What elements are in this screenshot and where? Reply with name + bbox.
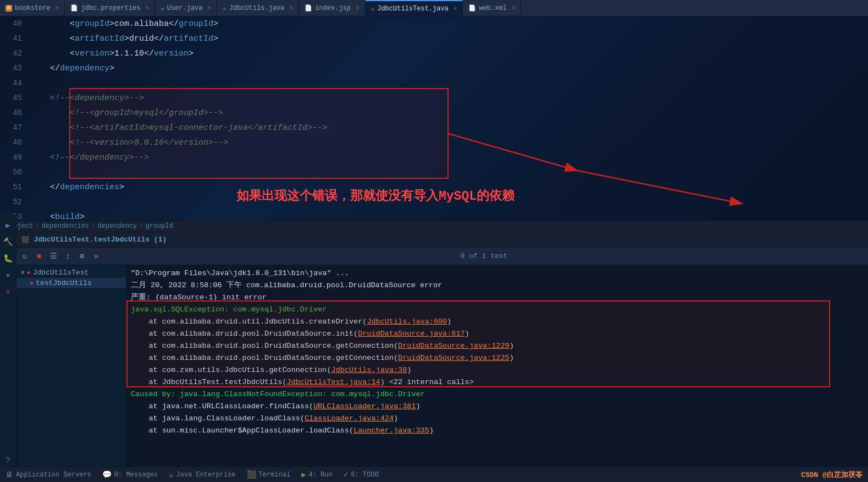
- output-line-11: at java.net.URLClassLoader.findClass(URL…: [131, 401, 864, 413]
- link-classloader-424[interactable]: ClassLoader.java:424: [305, 414, 394, 423]
- line-content-42: <version>1.1.10</version>: [30, 47, 868, 61]
- tree-item-testjbdcutils[interactable]: ● testJbdcUtils: [16, 278, 126, 288]
- app-servers-label: Application Servers: [16, 471, 91, 479]
- line-num-49: 49: [0, 150, 30, 165]
- line-num-40: 40: [0, 17, 30, 31]
- line-content-40: <groupId>com.alibaba</groupId>: [30, 17, 868, 31]
- run-status-label: 4: Run: [309, 471, 333, 479]
- run-more-button[interactable]: »: [90, 250, 102, 262]
- tab-close-user[interactable]: ×: [208, 5, 212, 12]
- breadcrumb-sep-2: ›: [91, 222, 95, 230]
- line-content-53: <build>: [30, 210, 868, 220]
- tab-icon-index: 📄: [305, 4, 312, 12]
- code-line-53: 53 <build>: [0, 210, 868, 220]
- code-line-42: 42 <version>1.1.10</version>: [0, 46, 868, 61]
- breadcrumb-dependencies[interactable]: dependencies: [42, 222, 89, 230]
- tab-web-xml[interactable]: 📄 web.xml ×: [463, 0, 521, 17]
- tab-close-index[interactable]: ×: [356, 5, 360, 12]
- breadcrumb-dependency[interactable]: dependency: [97, 222, 137, 230]
- output-line-10: Caused by: java.lang.ClassNotFoundExcept…: [131, 388, 864, 401]
- code-line-40: 40 <groupId>com.alibaba</groupId>: [0, 17, 868, 31]
- status-java-enterprise[interactable]: ☕ Java Enterprise: [169, 470, 235, 479]
- commented-dependency-box: [69, 88, 449, 179]
- tree-item-jdbcutilstest[interactable]: ▼ ● JdbcUtilsTest: [16, 267, 126, 278]
- line-num-48: 48: [0, 135, 30, 150]
- todo-label: 6: TODO: [351, 471, 378, 479]
- breadcrumb-sep-1: ›: [35, 222, 39, 230]
- line-num-52: 52: [0, 195, 30, 209]
- tab-close-jdbcutils[interactable]: ×: [290, 5, 294, 12]
- sidebar-icon-run[interactable]: ▶: [2, 219, 14, 231]
- line-num-44: 44: [0, 76, 30, 90]
- tab-jdbcutilstest-java[interactable]: ☕ JdbcUtilsTest.java ×: [366, 0, 463, 17]
- output-line-12: at java.lang.ClassLoader.loadClass(Class…: [131, 413, 864, 425]
- tree-error-icon: ●: [27, 269, 31, 277]
- tree-panel: ▼ ● JdbcUtilsTest ● testJbdcUtils: [16, 265, 126, 467]
- breadcrumb-bar: project › dependencies › dependency › gr…: [0, 220, 868, 232]
- messages-icon: 💬: [102, 470, 112, 479]
- output-line-1: 二月 20, 2022 8:58:06 下午 com.alibaba.druid…: [131, 280, 864, 292]
- tree-label-testjbdcutils: testJbdcUtils: [36, 279, 91, 287]
- breadcrumb-sep-3: ›: [139, 222, 143, 230]
- run-filter-button[interactable]: ☰: [47, 250, 59, 262]
- java-enterprise-icon: ☕: [169, 470, 173, 479]
- code-line-41: 41 <artifactId>druid</artifactId>: [0, 31, 868, 46]
- sidebar-icon-build[interactable]: 🔨: [2, 235, 14, 248]
- tab-close-webxml[interactable]: ×: [512, 5, 516, 12]
- test-progress: 0 of 1 test: [104, 252, 864, 260]
- sidebar-icon-close[interactable]: ✕: [2, 285, 14, 297]
- line-num-42: 42: [0, 46, 30, 61]
- run-sort-button[interactable]: ↕: [62, 250, 74, 262]
- sidebar-icon-bookmark[interactable]: ★: [2, 269, 14, 281]
- messages-label: 0: Messages: [114, 471, 158, 479]
- tab-jdbcutils-java[interactable]: ☕ JdbcUtils.java ×: [217, 0, 299, 17]
- tab-label-jdbcutilstest: JdbcUtilsTest.java: [377, 5, 449, 13]
- tab-icon-jdbc: 📄: [70, 4, 78, 12]
- tab-user-java[interactable]: ☕ User.java ×: [155, 0, 217, 17]
- run-stop-button[interactable]: ■: [33, 250, 45, 262]
- tab-close-jdbc[interactable]: ×: [145, 5, 149, 12]
- status-run[interactable]: ▶ 4: Run: [301, 470, 333, 479]
- run-panel: ▶ 🔨 🐛 ★ ✕ ? ▼ ● JdbcUtilsTest ● testJbdc…: [0, 265, 868, 467]
- tab-icon-jdbcutils: ☕: [223, 4, 226, 12]
- run-rerun-button[interactable]: ↻: [19, 250, 31, 262]
- status-messages[interactable]: 💬 0: Messages: [102, 470, 158, 479]
- breadcrumb-groupid[interactable]: groupId: [145, 222, 173, 230]
- output-panel: "D:\Program Files\Java\jdk1.8.0_131\bin\…: [126, 265, 868, 467]
- link-launcher-335[interactable]: Launcher.java:335: [353, 426, 429, 435]
- tab-icon-webxml: 📄: [468, 4, 476, 12]
- app-servers-icon: 🖥: [5, 470, 13, 479]
- tree-error-icon-test: ●: [30, 280, 34, 287]
- output-line-13: at sun.misc.Launcher$AppClassLoader.load…: [131, 425, 864, 437]
- tree-label-jdbcutilstest: JdbcUtilsTest: [33, 269, 89, 277]
- status-app-servers[interactable]: 🖥 Application Servers: [5, 470, 91, 479]
- output-exception-box: [126, 300, 830, 387]
- link-urlclassloader-381[interactable]: URLClassLoader.java:381: [313, 402, 416, 410]
- status-bar: 🖥 Application Servers 💬 0: Messages ☕ Ja…: [0, 467, 868, 482]
- run-title: JdbcUtilsTest.testJbdcUtils (1): [34, 235, 167, 244]
- sidebar-icon-debug[interactable]: 🐛: [2, 252, 14, 264]
- line-num-45: 45: [0, 91, 30, 105]
- line-content-41: <artifactId>druid</artifactId>: [30, 32, 868, 46]
- tab-bookstore[interactable]: m bookstore ×: [0, 0, 65, 17]
- tab-jdbc-properties[interactable]: 📄 jdbc.properties ×: [65, 0, 155, 17]
- tab-label-jdbc: jdbc.properties: [81, 4, 140, 12]
- run-expand-button[interactable]: ⊞: [76, 250, 88, 262]
- tab-icon-jdbcutilstest: ☕: [371, 5, 375, 12]
- run-status-icon: ▶: [301, 470, 306, 479]
- terminal-label: Terminal: [259, 471, 291, 479]
- tab-index-jsp[interactable]: 📄 index.jsp ×: [299, 0, 365, 17]
- tree-arrow-jdbcutils: ▼: [21, 270, 25, 276]
- tab-close-jdbcutilstest[interactable]: ×: [454, 6, 457, 12]
- tab-icon-user: ☕: [161, 4, 164, 12]
- tab-close-bookstore[interactable]: ×: [56, 5, 59, 12]
- sidebar-icon-help[interactable]: ?: [2, 454, 14, 467]
- output-line-0: "D:\Program Files\Java\jdk1.8.0_131\bin\…: [131, 267, 864, 280]
- status-terminal[interactable]: ⬛ Terminal: [247, 470, 291, 479]
- todo-icon: ✓: [344, 470, 348, 479]
- tab-bar: m bookstore × 📄 jdbc.properties × ☕ User…: [0, 0, 868, 17]
- left-sidebar: ▶ 🔨 🐛 ★ ✕ ?: [0, 215, 16, 467]
- tab-label-user: User.java: [167, 4, 203, 12]
- csdn-watermark: CSDN @白芷加茯苓: [801, 470, 863, 480]
- status-todo[interactable]: ✓ 6: TODO: [344, 470, 379, 479]
